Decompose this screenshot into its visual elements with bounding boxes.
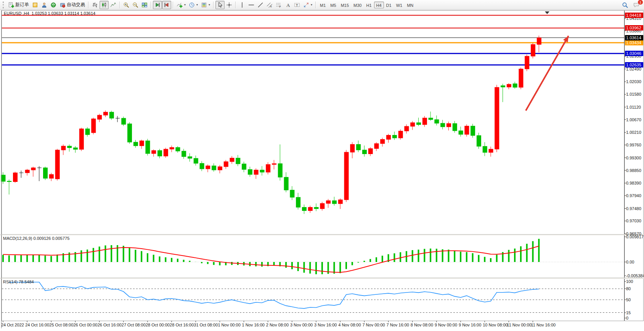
candle-body[interactable] xyxy=(200,163,204,169)
candle-body[interactable] xyxy=(429,118,433,119)
candle-body[interactable] xyxy=(417,123,421,125)
candle-body[interactable] xyxy=(296,197,300,207)
candle-body[interactable] xyxy=(260,170,264,172)
candle-body[interactable] xyxy=(320,203,324,209)
candle-body[interactable] xyxy=(266,164,270,172)
auto-scroll-button[interactable] xyxy=(153,1,162,9)
candle-body[interactable] xyxy=(507,84,511,87)
candle-body[interactable] xyxy=(278,164,282,177)
candle-body[interactable] xyxy=(374,143,379,148)
timeframe-m1-button[interactable]: M1 xyxy=(318,2,328,8)
candle-body[interactable] xyxy=(182,151,186,157)
line-chart-button[interactable] xyxy=(109,1,118,9)
chart-window[interactable]: 1.043101.038601.029501.024901.020301.015… xyxy=(0,10,644,331)
timeframe-m5-button[interactable]: M5 xyxy=(328,2,338,8)
candle-body[interactable] xyxy=(7,181,11,182)
candle-body[interactable] xyxy=(236,158,240,164)
candle-body[interactable] xyxy=(435,120,439,123)
candle-body[interactable] xyxy=(85,129,90,135)
candle-body[interactable] xyxy=(362,150,366,154)
candle-body[interactable] xyxy=(465,126,469,134)
candle-body[interactable] xyxy=(103,112,108,115)
text-button[interactable]: A xyxy=(283,1,292,9)
candle-body[interactable] xyxy=(206,166,210,169)
candle-body[interactable] xyxy=(338,200,342,204)
tile-windows-button[interactable] xyxy=(140,1,149,9)
search-button[interactable] xyxy=(620,1,630,9)
candle-body[interactable] xyxy=(357,145,361,150)
panel-splitter[interactable] xyxy=(0,278,644,279)
candle-body[interactable] xyxy=(61,146,66,150)
text-label-button[interactable]: T xyxy=(292,1,302,9)
candle-body[interactable] xyxy=(13,173,18,182)
candle-body[interactable] xyxy=(411,123,415,126)
candle-body[interactable] xyxy=(242,164,246,170)
vertical-line-button[interactable] xyxy=(238,1,247,9)
candle-body[interactable] xyxy=(290,190,294,197)
broadcast-button[interactable] xyxy=(49,1,58,9)
candle-body[interactable] xyxy=(537,38,541,45)
candle-body[interactable] xyxy=(302,207,307,211)
candle-body[interactable] xyxy=(422,118,427,125)
candle-body[interactable] xyxy=(314,207,318,209)
candle-body[interactable] xyxy=(531,45,535,56)
candle-body[interactable] xyxy=(272,164,276,164)
chat-button[interactable]: 1 xyxy=(632,1,641,9)
candle-body[interactable] xyxy=(248,169,252,174)
candle-body[interactable] xyxy=(513,84,517,87)
candle-body[interactable] xyxy=(212,166,216,170)
candle-body[interactable] xyxy=(218,167,222,170)
candlestick-chart-button[interactable] xyxy=(100,1,109,9)
candle-body[interactable] xyxy=(453,124,457,131)
candle-body[interactable] xyxy=(109,112,114,118)
candle-body[interactable] xyxy=(284,177,288,190)
candle-body[interactable] xyxy=(525,56,529,69)
timeframe-h1-button[interactable]: H1 xyxy=(364,2,374,8)
candle-body[interactable] xyxy=(170,148,174,149)
candle-body[interactable] xyxy=(483,146,487,153)
candle-body[interactable] xyxy=(79,129,84,149)
candle-body[interactable] xyxy=(398,131,403,138)
chart-canvas[interactable]: 1.043101.038601.029501.024901.020301.015… xyxy=(0,10,644,331)
templates-button[interactable]: ▾ xyxy=(199,1,212,9)
fibonacci-button[interactable]: F xyxy=(274,1,283,9)
indicators-button[interactable]: ▾ xyxy=(175,1,187,9)
timeframe-mn-button[interactable]: MN xyxy=(405,2,416,8)
autotrading-button[interactable]: 自动交易 xyxy=(58,1,87,9)
candle-body[interactable] xyxy=(158,151,162,156)
candle-body[interactable] xyxy=(254,170,258,175)
candle-body[interactable] xyxy=(224,162,228,167)
candle-body[interactable] xyxy=(350,145,355,152)
candle-body[interactable] xyxy=(446,124,451,127)
candle-body[interactable] xyxy=(495,87,499,149)
candle-body[interactable] xyxy=(43,168,48,178)
community-button[interactable] xyxy=(40,1,49,9)
candle-body[interactable] xyxy=(164,149,168,156)
candle-body[interactable] xyxy=(133,142,138,146)
candle-body[interactable] xyxy=(471,126,475,135)
candle-body[interactable] xyxy=(519,69,523,87)
candle-body[interactable] xyxy=(152,151,156,154)
panel-splitter[interactable] xyxy=(0,235,644,236)
candle-body[interactable] xyxy=(230,158,234,161)
timeframe-w1-button[interactable]: W1 xyxy=(394,2,405,8)
candle-body[interactable] xyxy=(31,168,35,170)
candle-body[interactable] xyxy=(25,170,29,173)
candle-body[interactable] xyxy=(344,152,348,200)
timeframe-m15-button[interactable]: M15 xyxy=(339,2,351,8)
candle-body[interactable] xyxy=(98,115,102,119)
periods-button[interactable]: ▾ xyxy=(187,1,199,9)
candle-body[interactable] xyxy=(368,149,373,154)
timeframe-d1-button[interactable]: D1 xyxy=(384,2,394,8)
arrows-button[interactable]: ▾ xyxy=(302,1,314,9)
candle-body[interactable] xyxy=(381,140,385,144)
candle-body[interactable] xyxy=(146,141,150,154)
candle-body[interactable] xyxy=(128,124,132,142)
candle-body[interactable] xyxy=(194,158,198,163)
candle-body[interactable] xyxy=(188,157,192,158)
chart-shift-button[interactable] xyxy=(162,1,171,9)
charts-button[interactable] xyxy=(31,1,40,9)
candle-body[interactable] xyxy=(326,201,331,203)
candle-body[interactable] xyxy=(176,148,180,151)
timeframe-h4-button[interactable]: H4 xyxy=(374,2,384,8)
